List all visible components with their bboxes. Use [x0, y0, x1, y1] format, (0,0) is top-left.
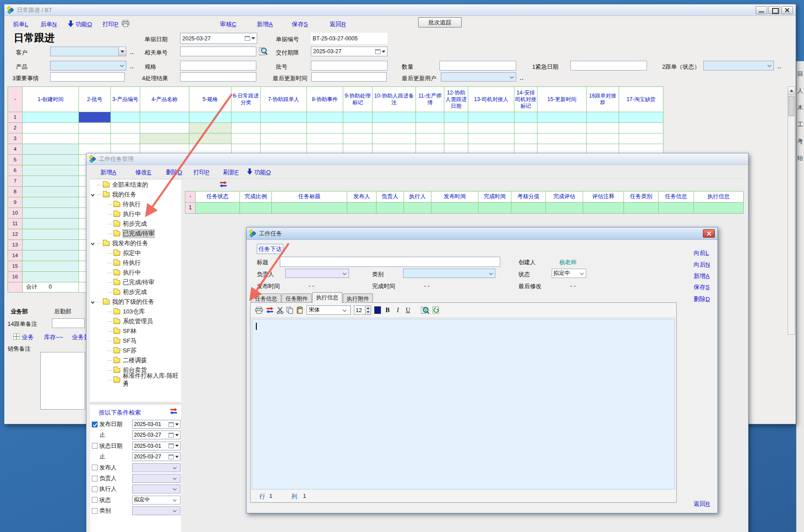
- maximize-button[interactable]: [769, 6, 780, 14]
- grid-cell[interactable]: [307, 133, 343, 144]
- filter-date-input[interactable]: 2025-03-01: [132, 442, 180, 450]
- owner-combo[interactable]: [285, 269, 349, 278]
- tree-item[interactable]: 执行中: [90, 268, 181, 278]
- filter-date-input[interactable]: 2025-03-01: [132, 420, 180, 429]
- task-table-cell[interactable]: [377, 203, 404, 214]
- dialog-tab[interactable]: 任务附件: [282, 293, 312, 303]
- grid-cell[interactable]: [444, 112, 468, 123]
- grid-cell[interactable]: [189, 123, 231, 133]
- menu-item-function[interactable]: 功能O: [75, 20, 92, 28]
- grid-cell[interactable]: [140, 112, 189, 123]
- tm-menu-refresh[interactable]: 刷新F: [223, 168, 239, 176]
- grid-cell[interactable]: [140, 123, 189, 133]
- grid-cell[interactable]: [416, 123, 444, 133]
- grid-cell[interactable]: [261, 112, 307, 123]
- grid-cell[interactable]: [587, 133, 619, 144]
- dialog-tab[interactable]: 执行信息: [312, 292, 342, 303]
- find-icon[interactable]: [421, 306, 429, 314]
- grid-column-header[interactable]: 17-淘宝缺货: [619, 86, 663, 112]
- filter-checkbox[interactable]: [92, 497, 98, 503]
- batch-trace-button[interactable]: 批次追踪: [418, 17, 462, 27]
- lookup-icon[interactable]: [259, 47, 267, 55]
- task-table-column-header[interactable]: 任务状态: [196, 191, 240, 203]
- filter-select[interactable]: [132, 463, 180, 472]
- grid-cell[interactable]: [23, 197, 79, 208]
- grid-cell[interactable]: [537, 123, 587, 133]
- printer-icon[interactable]: [122, 20, 129, 27]
- task-table-cell[interactable]: [240, 203, 272, 214]
- grid-cell[interactable]: [231, 123, 261, 133]
- grid-cell[interactable]: [343, 112, 373, 123]
- grid-cell[interactable]: [189, 133, 231, 144]
- task-table-column-header[interactable]: 发布时间: [431, 191, 478, 203]
- tree-item[interactable]: 执行中: [90, 209, 181, 219]
- filter-select[interactable]: [132, 485, 180, 493]
- grid-column-header[interactable]: 7-协助跟单人: [261, 86, 307, 112]
- grid-column-header[interactable]: 6-日常跟进分类: [231, 86, 261, 112]
- grid-cell[interactable]: [468, 133, 514, 144]
- grid-cell[interactable]: [23, 240, 79, 250]
- task-table-column-header[interactable]: 执行信息: [694, 191, 744, 203]
- dialog-nav-link[interactable]: 向前L: [694, 249, 709, 257]
- task-table-row[interactable]: 1: [185, 203, 744, 214]
- tree-item[interactable]: 二楼调拨: [90, 356, 181, 365]
- menu-item-add[interactable]: 新增A: [257, 20, 273, 28]
- grid-column-header[interactable]: 16跟单对接群: [587, 86, 619, 112]
- stock-link[interactable]: 库存~~: [44, 333, 63, 341]
- task-table-cell[interactable]: [404, 203, 431, 214]
- task-dialog-title-bar[interactable]: 工作任务: [247, 227, 718, 240]
- related-no-input[interactable]: [180, 47, 256, 56]
- dialog-tab[interactable]: 任务信息: [251, 293, 281, 303]
- grid-cell[interactable]: [23, 229, 79, 240]
- task-table-cell[interactable]: [347, 203, 377, 214]
- task-table-cell[interactable]: [583, 203, 624, 214]
- task-table-column-header[interactable]: 负责人: [377, 191, 404, 203]
- filter-checkbox[interactable]: [92, 486, 98, 492]
- dispatch-task-button[interactable]: 任务下达: [257, 244, 283, 254]
- task-table-cell[interactable]: [659, 203, 694, 214]
- spec-input[interactable]: [180, 61, 256, 70]
- expand-chevron-icon[interactable]: [91, 193, 94, 196]
- grid-cell[interactable]: [468, 112, 514, 123]
- grid-cell[interactable]: [587, 123, 619, 133]
- scrollbar-thumb[interactable]: [788, 96, 794, 116]
- doc-no-input[interactable]: BT-25-03-27-0005: [311, 33, 388, 44]
- grid-cell[interactable]: [23, 144, 79, 155]
- filter-checkbox[interactable]: [92, 476, 98, 481]
- refresh-icon[interactable]: [432, 306, 440, 314]
- filter-checkbox[interactable]: [92, 465, 98, 470]
- grid-cell[interactable]: [307, 112, 343, 123]
- task-table-cell[interactable]: [546, 203, 583, 214]
- swap-arrows-icon[interactable]: [170, 408, 177, 415]
- main-title-bar[interactable]: 日常跟进 / BT: [4, 4, 796, 16]
- follow-note-input[interactable]: [52, 318, 85, 328]
- calendar-icon[interactable]: [169, 433, 174, 438]
- menu-item-prev-doc[interactable]: 前单L: [13, 20, 28, 28]
- copy-icon[interactable]: [286, 307, 294, 314]
- tree-item[interactable]: 待执行: [90, 258, 181, 268]
- grid-cell[interactable]: [619, 133, 663, 144]
- grid-cell[interactable]: [23, 133, 79, 144]
- task-table-cell[interactable]: [478, 203, 511, 214]
- follow-status-more-button[interactable]: ..: [777, 63, 781, 70]
- sales-note-textarea[interactable]: [40, 352, 85, 410]
- filter-select[interactable]: [132, 474, 180, 483]
- task-table-column-header[interactable]: 任务信息: [659, 191, 694, 203]
- tree-item[interactable]: 初步完成: [90, 219, 181, 229]
- underline-button[interactable]: U: [404, 307, 412, 314]
- filter-checkbox[interactable]: [92, 443, 98, 449]
- minimize-button[interactable]: [756, 6, 767, 14]
- print-icon[interactable]: [255, 307, 263, 314]
- grid-cell[interactable]: [23, 165, 79, 176]
- grid-cell[interactable]: [444, 123, 468, 133]
- result-input[interactable]: [180, 72, 256, 82]
- tree-item[interactable]: 初步完成: [90, 287, 181, 297]
- font-size-input[interactable]: 12: [354, 305, 365, 315]
- category-combo[interactable]: [403, 269, 495, 278]
- follow-status-combo[interactable]: [703, 61, 774, 70]
- filter-select[interactable]: [132, 506, 180, 515]
- paste-icon[interactable]: [297, 306, 303, 314]
- grid-cell[interactable]: [416, 112, 444, 123]
- swap-arrows-icon[interactable]: [266, 307, 274, 313]
- business-link[interactable]: 业务: [22, 333, 34, 341]
